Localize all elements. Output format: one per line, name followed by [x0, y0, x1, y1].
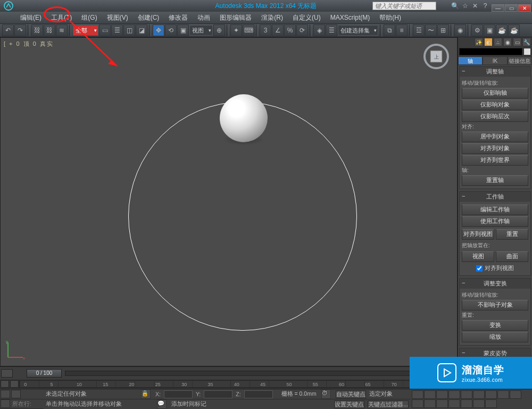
zoom-button[interactable] — [473, 390, 485, 399]
time-slider-handle[interactable]: 0 / 100 — [27, 369, 62, 378]
motion-tab-icon[interactable]: ◉ — [503, 38, 512, 46]
pivot-center-button[interactable]: ⊕ — [213, 24, 225, 36]
move-button[interactable]: ✥ — [153, 24, 164, 36]
help-icon[interactable]: ? — [481, 2, 489, 10]
subscription-icon[interactable]: ☆ — [461, 2, 469, 10]
scale-button[interactable]: ▣ — [177, 24, 189, 36]
select-by-name-button[interactable]: ☰ — [111, 24, 123, 36]
align-to-world-button[interactable]: 对齐到世界 — [462, 155, 528, 166]
select-region-button[interactable]: ◫ — [123, 24, 135, 36]
fov-button[interactable] — [448, 399, 460, 408]
redo-button[interactable]: ↷ — [14, 24, 26, 36]
place-view-button[interactable]: 视图 — [462, 251, 494, 262]
maxscript-mini-icon[interactable] — [1, 390, 10, 398]
selection-filter-dropdown[interactable]: 全部 — [73, 25, 98, 36]
viewport[interactable]: [ + 0 顶 0 真实 上 x y — [0, 37, 458, 366]
menu-animation[interactable]: 动画 — [193, 12, 214, 23]
named-selection-dropdown[interactable]: 创建选择集 — [338, 25, 378, 36]
reset-scale-button[interactable]: 缩放 — [462, 332, 528, 342]
select-object-button[interactable]: ▭ — [99, 24, 111, 36]
isolate-icon[interactable] — [1, 399, 10, 408]
create-tab-icon[interactable]: ✨ — [475, 38, 483, 46]
snap-toggle-button[interactable]: 3 — [260, 24, 271, 36]
modify-tab-icon[interactable]: ◐ — [484, 38, 493, 46]
orbit-button[interactable] — [424, 399, 436, 408]
maximize-button[interactable]: ▭ — [505, 4, 518, 12]
rotate-button[interactable]: ⟲ — [165, 24, 177, 36]
percent-snap-button[interactable]: % — [284, 24, 296, 36]
keyboard-shortcut-button[interactable]: ⌨ — [243, 24, 254, 36]
nav-extra1-button[interactable] — [473, 399, 485, 408]
trackbar-open-icon[interactable] — [10, 380, 19, 388]
use-working-pivot-button[interactable]: 使用工作轴 — [462, 216, 528, 227]
spinner-snap-button[interactable]: ⟳ — [296, 24, 308, 36]
unlink-button[interactable]: ⛓ — [44, 24, 55, 36]
named-sel-button[interactable]: ☰ — [326, 24, 337, 36]
curve-editor-button[interactable]: 〜 — [425, 24, 437, 36]
affect-object-only-button[interactable]: 仅影响对象 — [462, 100, 528, 110]
align-to-object-button[interactable]: 对齐到对象 — [462, 143, 528, 154]
nav-extra2-button[interactable] — [485, 399, 497, 408]
auto-key-button[interactable]: 自动关键点 — [336, 390, 366, 398]
layers-button[interactable]: ☲ — [413, 24, 425, 36]
search-icon[interactable]: 🔍 — [451, 2, 459, 10]
key-filters-dropdown[interactable]: 选定对象 — [369, 390, 393, 398]
selection-lock-icon[interactable]: 🔒 — [141, 389, 151, 399]
dont-affect-children-button[interactable]: 不影响子对象 — [462, 300, 528, 310]
menu-create[interactable]: 创建(C) — [134, 12, 164, 23]
align-to-view-button[interactable]: 对齐到视图 — [462, 229, 494, 240]
menu-modifiers[interactable]: 修改器 — [164, 12, 192, 23]
zoom-extents-button[interactable] — [497, 390, 509, 399]
next-frame-button[interactable] — [448, 390, 460, 399]
schematic-view-button[interactable]: ⊞ — [437, 24, 449, 36]
rendered-frame-button[interactable]: ▣ — [484, 24, 495, 36]
viewcube-icon[interactable]: 上 — [423, 43, 450, 70]
render-production-button[interactable]: ☕ — [496, 24, 508, 36]
align-button[interactable]: ≡ — [396, 24, 408, 36]
material-editor-button[interactable]: ◉ — [454, 24, 466, 36]
render-iterative-button[interactable]: ☕ — [508, 24, 520, 36]
minimize-button[interactable]: — — [492, 4, 504, 12]
rollout-title[interactable]: 工作轴 — [460, 192, 530, 202]
display-tab-icon[interactable]: ▭ — [513, 38, 521, 46]
menu-views[interactable]: 视图(V) — [103, 12, 132, 23]
reset-pivot-button[interactable]: 重置轴 — [462, 175, 528, 186]
align-to-view-checkbox[interactable]: 对齐到视图 — [462, 265, 528, 272]
edged-faces-button[interactable]: ◈ — [313, 24, 325, 36]
menu-grapheditors[interactable]: 图形编辑器 — [215, 12, 256, 23]
x-field[interactable] — [164, 390, 193, 398]
zoom-region-button[interactable] — [510, 390, 521, 399]
center-to-object-button[interactable]: 居中到对象 — [462, 132, 528, 142]
reset-wp-button[interactable]: 重置 — [496, 229, 528, 240]
angle-snap-button[interactable]: ∠ — [272, 24, 284, 36]
menu-group[interactable]: 组(G) — [77, 12, 101, 23]
time-tag-icon[interactable]: ⏱ — [321, 389, 331, 399]
window-crossing-button[interactable]: ◪ — [136, 24, 147, 36]
menu-customize[interactable]: 自定义(U) — [288, 12, 325, 23]
add-time-tag[interactable]: 添加时间标记 — [171, 400, 331, 408]
time-slider-track[interactable] — [65, 371, 454, 376]
bind-spacewarp-button[interactable]: ≋ — [56, 24, 68, 36]
time-config-icon[interactable] — [1, 369, 13, 378]
walk-button[interactable] — [461, 399, 472, 408]
search-input[interactable]: 键入关键字或短语 — [372, 2, 436, 10]
refcoord-dropdown[interactable]: 视图 — [189, 25, 213, 36]
set-key-button[interactable]: 设置关键点 — [334, 400, 364, 408]
undo-button[interactable]: ↶ — [2, 24, 14, 36]
affect-hierarchy-only-button[interactable]: 仅影响层次 — [462, 111, 528, 122]
utilities-tab-icon[interactable]: 🔧 — [522, 38, 531, 46]
min-max-toggle-button[interactable] — [436, 399, 448, 408]
time-slider[interactable]: 0 / 100 — [0, 366, 458, 379]
subtab-pivot[interactable]: 轴 — [458, 56, 483, 65]
subtab-ik[interactable]: IK — [483, 56, 507, 65]
exchange-icon[interactable]: ✕ — [471, 2, 479, 10]
comm-center-icon[interactable]: 💬 — [157, 399, 167, 409]
menu-edit[interactable]: 编辑(E) — [16, 12, 46, 23]
render-setup-button[interactable]: ⚙ — [471, 24, 483, 36]
reset-transform-button[interactable]: 变换 — [462, 320, 528, 331]
prev-frame-button[interactable] — [424, 390, 436, 399]
z-field[interactable] — [244, 390, 273, 398]
trackbar-ruler[interactable]: 0 5 10 15 20 25 30 35 40 45 50 55 60 65 … — [19, 380, 458, 388]
subtab-linkinfo[interactable]: 链接信息 — [508, 56, 532, 65]
link-button[interactable]: ⛓ — [31, 24, 43, 36]
